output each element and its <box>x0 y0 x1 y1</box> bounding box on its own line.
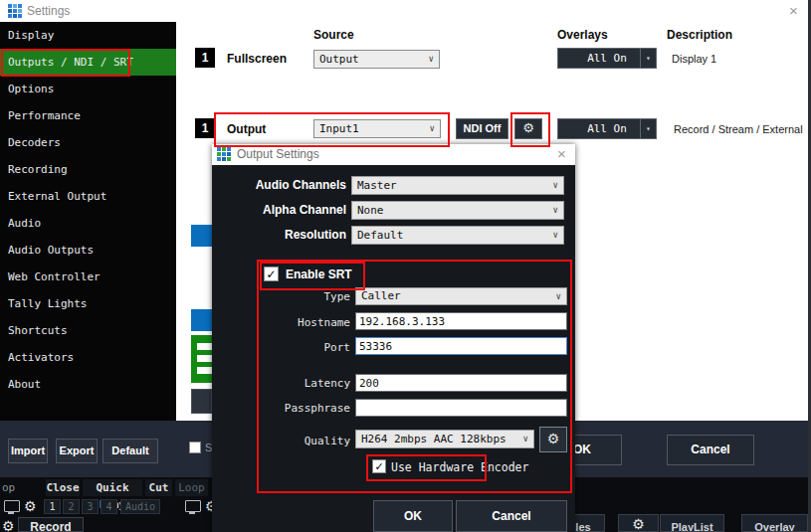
quick-play-button[interactable]: Quick Play <box>83 479 142 496</box>
sidebar-item-audio-outputs[interactable]: Audio Outputs <box>0 237 176 264</box>
srt-type-value: Caller <box>361 289 401 302</box>
sidebar-item-about[interactable]: About <box>0 371 176 398</box>
fullscreen-overlays-button[interactable]: All On ▾ <box>557 48 657 69</box>
output-settings-dialog: Output Settings × Audio Channels Master … <box>212 144 575 532</box>
srt-quality-label: Quality <box>272 435 350 447</box>
settings-titlebar: Settings × <box>0 0 808 22</box>
srt-port-input[interactable] <box>355 337 567 355</box>
dialog-cancel-button[interactable]: Cancel <box>456 500 567 532</box>
preview-number-button[interactable]: 1 <box>44 499 61 514</box>
srt-type-select[interactable]: Caller ∨ <box>355 287 567 305</box>
record-button[interactable]: Record <box>18 517 84 532</box>
overlay-button[interactable]: Overlay <box>741 514 808 532</box>
enable-srt-checkbox[interactable]: ✓ <box>264 266 279 281</box>
audio-channels-select[interactable]: Master ∨ <box>351 176 564 195</box>
fullscreen-overlays-value: All On <box>587 52 627 65</box>
close-icon[interactable]: × <box>557 146 566 161</box>
dropdown-arrow-icon[interactable]: ▾ <box>640 119 656 138</box>
playlist-button[interactable]: PlayList <box>660 514 724 532</box>
hidden-blue-button-fragment <box>191 309 212 331</box>
resolution-select[interactable]: Default ∨ <box>351 226 564 245</box>
gear-icon: ⚙ <box>632 516 645 532</box>
close-transition-button[interactable]: Close <box>46 479 80 496</box>
settings-gear-button[interactable]: ⚙ <box>618 514 659 532</box>
loop-button[interactable]: Loop <box>175 479 208 496</box>
sidebar-item-decoders[interactable]: Decoders <box>0 129 176 156</box>
hidden-list-icon-fragment <box>191 335 212 383</box>
close-icon[interactable]: × <box>789 3 798 18</box>
chevron-down-icon: ∨ <box>553 177 558 194</box>
sidebar-item-web-controller[interactable]: Web Controller <box>0 264 176 290</box>
gear-icon[interactable]: ⚙ <box>24 498 37 514</box>
quality-gear-button[interactable]: ⚙ <box>539 427 567 452</box>
output-source-select[interactable]: Input1 ∨ <box>313 119 441 138</box>
chevron-down-icon: ∨ <box>553 202 558 219</box>
use-hardware-encoder-label: Use Hardware Encoder <box>391 460 528 474</box>
fullscreen-source-select[interactable]: Output ∨ <box>313 50 440 69</box>
hidden-blue-button-fragment <box>191 225 212 247</box>
ndi-toggle-button[interactable]: NDI Off <box>456 118 508 139</box>
sidebar-item-tally-lights[interactable]: Tally Lights <box>0 290 176 317</box>
sidebar-divider <box>176 22 178 474</box>
resolution-value: Default <box>357 229 403 242</box>
settings-cancel-button[interactable]: Cancel <box>667 435 754 465</box>
output-row-label: Output <box>227 122 266 136</box>
screen: Settings × Display Outputs / NDI / SRT O… <box>0 0 811 532</box>
dialog-titlebar: Output Settings × <box>212 144 575 165</box>
sidebar-item-outputs-ndi-srt[interactable]: Outputs / NDI / SRT <box>0 49 176 76</box>
preview-number-button[interactable]: 3 <box>82 499 99 514</box>
gear-icon: ⚙ <box>522 120 534 135</box>
chevron-down-icon: ∨ <box>523 431 528 447</box>
output-overlays-button[interactable]: All On ▾ <box>557 118 657 139</box>
alpha-channel-label: Alpha Channel <box>212 203 346 217</box>
gear-icon: ⚙ <box>547 431 560 446</box>
cut-button[interactable]: Cut <box>145 479 172 496</box>
dialog-title: Output Settings <box>237 147 319 161</box>
import-button[interactable]: Import <box>8 439 48 463</box>
chevron-down-icon: ∨ <box>553 227 558 244</box>
audio-tab-button[interactable]: Audio <box>120 499 160 514</box>
srt-latency-input[interactable] <box>355 374 567 392</box>
monitor-icon[interactable] <box>185 500 201 512</box>
chevron-down-icon: ∨ <box>430 120 435 137</box>
preview-number-button[interactable]: 2 <box>63 499 80 514</box>
audio-channels-label: Audio Channels <box>212 178 346 192</box>
hidden-dark-button-fragment <box>191 389 212 414</box>
enable-srt-label: Enable SRT <box>286 267 352 281</box>
srt-passphrase-input[interactable] <box>355 399 567 417</box>
default-button[interactable]: Default <box>102 439 158 463</box>
output-description: Record / Stream / External <box>674 123 803 135</box>
srt-hostname-input[interactable] <box>355 312 567 330</box>
sidebar-item-recording[interactable]: Recording <box>0 156 176 183</box>
resolution-label: Resolution <box>212 228 346 242</box>
srt-hostname-label: Hostname <box>252 316 350 329</box>
show-checkbox[interactable] <box>189 442 201 453</box>
preview-number-button[interactable]: 4 <box>101 499 117 514</box>
window-title: Settings <box>27 4 70 18</box>
export-button[interactable]: Export <box>56 439 98 463</box>
sidebar-item-external-output[interactable]: External Output <box>0 183 176 210</box>
sidebar-item-display[interactable]: Display <box>0 22 176 49</box>
sidebar-item-performance[interactable]: Performance <box>0 102 176 129</box>
sidebar-item-shortcuts[interactable]: Shortcuts <box>0 317 176 344</box>
srt-port-label: Port <box>272 341 350 354</box>
monitor-icon[interactable] <box>4 500 20 512</box>
srt-passphrase-label: Passphrase <box>242 402 350 415</box>
sidebar-item-activators[interactable]: Activators <box>0 344 176 371</box>
audio-channels-value: Master <box>357 179 397 192</box>
srt-quality-select[interactable]: H264 2mbps AAC 128kbps ∨ <box>355 430 534 448</box>
loop-fragment-label: op <box>2 481 15 494</box>
gear-icon[interactable]: ⚙ <box>2 518 15 532</box>
sidebar-item-audio[interactable]: Audio <box>0 210 176 237</box>
srt-type-label: Type <box>272 290 350 303</box>
alpha-channel-select[interactable]: None ∨ <box>351 201 564 220</box>
overlays-header: Overlays <box>557 28 608 42</box>
output-settings-gear-button[interactable]: ⚙ <box>514 118 542 139</box>
fullscreen-row-label: Fullscreen <box>227 52 287 66</box>
output-row-number: 1 <box>195 118 215 138</box>
chevron-down-icon: ∨ <box>429 51 434 68</box>
sidebar-item-options[interactable]: Options <box>0 76 176 102</box>
dialog-ok-button[interactable]: OK <box>373 500 453 532</box>
use-hardware-encoder-checkbox[interactable]: ✓ <box>372 459 386 473</box>
dropdown-arrow-icon[interactable]: ▾ <box>640 49 656 68</box>
